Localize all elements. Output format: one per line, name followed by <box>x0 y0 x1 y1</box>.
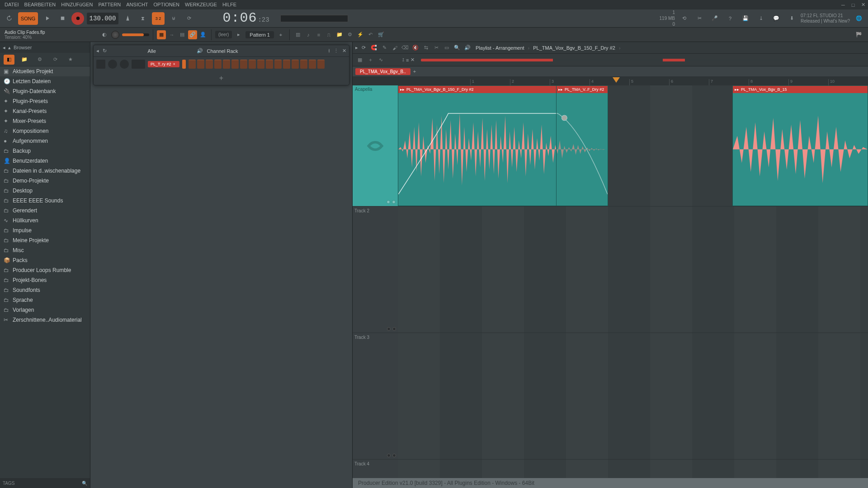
tree-item[interactable]: ✂Zerschnittene..Audiomaterial <box>0 315 90 325</box>
tree-item[interactable]: 🗀Backup <box>0 146 90 156</box>
tree-item[interactable]: ✦Plugin-Presets <box>0 96 90 106</box>
pan-knob[interactable] <box>108 60 117 69</box>
tempo-display[interactable]: 130.000 <box>87 13 118 24</box>
playback-icon[interactable]: 🔊 <box>463 43 472 52</box>
view-channelrack-icon[interactable]: ≡ <box>314 30 323 39</box>
browser-star-icon[interactable]: ★ <box>65 55 76 65</box>
view-undo-icon[interactable]: ↶ <box>366 30 375 39</box>
track-name[interactable]: Track 4 <box>354 461 396 466</box>
step[interactable] <box>300 60 307 69</box>
playlist-tracks[interactable]: Acapella ▸▸PL_TMA_Vox_Bgv_B_150_F_Dry #2 <box>353 85 868 478</box>
brush-icon[interactable]: 🖌 <box>390 43 399 52</box>
track-name[interactable]: Track 3 <box>354 335 396 340</box>
view-browser-icon[interactable]: 📁 <box>335 30 344 39</box>
wait-input-icon[interactable]: ⧗ <box>137 12 149 25</box>
vol-knob[interactable] <box>120 60 129 69</box>
mixer-shortcut-icon[interactable]: 🔗 <box>188 30 197 39</box>
channel-filter[interactable]: Alle <box>110 48 193 54</box>
play-icon[interactable]: ▸ <box>355 45 358 51</box>
close-sub-icon[interactable]: ✕ <box>410 57 415 63</box>
step-sequencer[interactable] <box>189 60 325 69</box>
tree-item[interactable]: 🗀Impulse <box>0 225 90 235</box>
step[interactable] <box>266 60 273 69</box>
metronome-icon[interactable] <box>121 12 134 25</box>
track-name[interactable]: Track 2 <box>354 208 396 213</box>
pencil-icon[interactable]: ✎ <box>380 43 389 52</box>
arrange-icon[interactable]: ⫱ <box>402 57 404 63</box>
collapse-icon[interactable]: ◂ <box>3 45 5 51</box>
tree-item[interactable]: 🗀Demo-Projekte <box>0 176 90 186</box>
step[interactable] <box>292 60 299 69</box>
view-mixer-icon[interactable]: ⎍ <box>325 30 334 39</box>
step[interactable] <box>249 60 256 69</box>
menu-view[interactable]: ANSICHT <box>123 0 151 9</box>
back-icon[interactable]: ◂ <box>96 48 99 54</box>
track-lane[interactable]: ▸▸PL_TMA_Vox_Bgv_B_150_F_Dry #2 ▸▸PL_TM <box>398 85 868 206</box>
tree-item[interactable]: ▣Aktuelles Projekt <box>0 66 90 76</box>
window-close-button[interactable]: ✕ <box>858 0 868 10</box>
chat-icon[interactable]: 💬 <box>770 12 783 25</box>
step[interactable] <box>206 60 213 69</box>
track-header[interactable]: Track 3 <box>353 333 398 459</box>
plus-icon[interactable]: + <box>173 62 175 66</box>
pattern-add-icon[interactable]: + <box>276 30 286 40</box>
channel-button[interactable]: PL_T..ry #2+ <box>148 61 179 67</box>
tree-item[interactable]: 🗀Vorlagen <box>0 305 90 315</box>
grid-icon[interactable]: ▦ <box>355 56 364 65</box>
menu-pattern[interactable]: PATTERN <box>96 0 124 9</box>
select-icon[interactable]: ▭ <box>442 43 451 52</box>
sync-icon[interactable]: ⟳ <box>362 45 366 51</box>
playlist-crumb[interactable]: PL_TMA_Vox_Bgv_B_150_F_Dry #2 <box>533 45 615 51</box>
mute-tool-icon[interactable]: 🔇 <box>411 43 420 52</box>
browser-shortcut-icon[interactable]: 👤 <box>198 30 208 39</box>
piano-roll-shortcut-icon[interactable]: → <box>167 30 176 39</box>
add-icon[interactable]: ＋ <box>366 56 375 65</box>
playlist-ruler[interactable]: 1 2 3 4 5 6 7 8 9 10 <box>353 76 868 85</box>
channel-rack-shortcut-icon[interactable]: ▤ <box>178 30 187 39</box>
knob-icon[interactable] <box>111 31 119 39</box>
tree-item[interactable]: ✦Kanal-Presets <box>0 106 90 116</box>
tree-item[interactable]: ✦Mixer-Presets <box>0 116 90 126</box>
erase-icon[interactable]: ⌫ <box>401 43 410 52</box>
selected-clip-name[interactable]: PL_TMA_Vox_Bgv_B.. <box>355 68 410 75</box>
undo-history-icon[interactable] <box>3 12 15 25</box>
tree-item[interactable]: 🕘Letzten Dateien <box>0 76 90 86</box>
track-header[interactable]: Track 4 <box>353 460 398 478</box>
tree-item[interactable]: 📦Packs <box>0 255 90 265</box>
track-header[interactable]: Acapella <box>353 85 398 206</box>
view-tempo-icon[interactable]: ⚡ <box>356 30 365 39</box>
flag-icon[interactable]: 🏁 <box>853 28 865 41</box>
tree-item[interactable]: ♫Kompositionen <box>0 126 90 136</box>
time-display[interactable]: 0:06 :23 <box>214 10 278 27</box>
step[interactable] <box>274 60 282 69</box>
browser-folder-icon[interactable]: 📁 <box>19 55 30 65</box>
pattern-selector[interactable]: Pattern 1 <box>245 31 274 38</box>
track-lane[interactable] <box>398 333 868 459</box>
countdown-icon[interactable]: 3 2 <box>152 12 165 25</box>
magnet-icon[interactable]: 🧲 <box>369 43 378 52</box>
up-icon[interactable]: ▴ <box>8 45 11 51</box>
clip-add-icon[interactable]: + <box>413 69 416 74</box>
audio-clip[interactable]: ▸▸PL_TMA_V..F_Dry #2 <box>556 85 608 206</box>
download-icon[interactable]: ⬇ <box>785 12 798 25</box>
track-name[interactable]: Acapella <box>355 87 372 92</box>
browser-tree[interactable]: ▣Aktuelles Projekt 🕘Letzten Dateien 🔌Plu… <box>0 66 90 478</box>
perform-icon[interactable]: ≡ <box>406 57 409 63</box>
browser-plugin-icon[interactable]: ⚙ <box>34 55 45 65</box>
selector[interactable] <box>182 60 186 69</box>
view-shop-icon[interactable]: 🛒 <box>377 30 386 39</box>
tree-item[interactable]: 👤Benutzerdaten <box>0 156 90 166</box>
zoom-icon[interactable]: 🔍 <box>453 43 462 52</box>
track-lane[interactable] <box>398 206 868 333</box>
tree-item[interactable]: 🔌Plugin-Datenbank <box>0 86 90 96</box>
record-button[interactable] <box>71 12 84 25</box>
tree-item[interactable]: 🗀Dateien in d..wischenablage <box>0 166 90 176</box>
step[interactable] <box>214 60 222 69</box>
track-header[interactable]: Track 2 <box>353 206 398 333</box>
menu-tools[interactable]: WERKZEUGE <box>182 0 220 9</box>
tools-icon[interactable]: ✂ <box>693 12 706 25</box>
tree-item[interactable]: 🗀Projekt-Bones <box>0 275 90 285</box>
speaker-icon[interactable]: 🔊 <box>197 48 203 54</box>
tree-item[interactable]: 🗀Producer Loops Rumble <box>0 265 90 275</box>
step[interactable] <box>309 60 316 69</box>
